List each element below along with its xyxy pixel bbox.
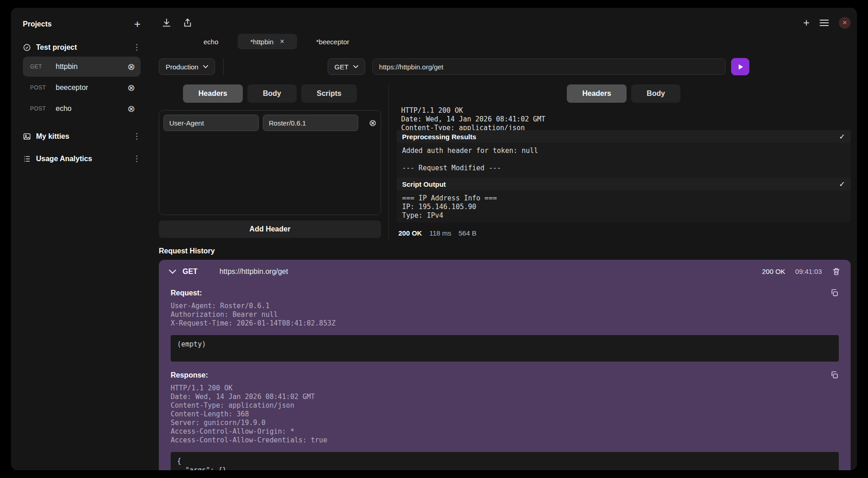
request-list: GET httpbin ⊗ POST beeceptor ⊗ POST echo… xyxy=(23,57,141,119)
analytics-icon xyxy=(23,155,31,163)
tab-response-headers[interactable]: Headers xyxy=(567,84,627,103)
tab-label: *httpbin xyxy=(251,38,274,46)
tab-echo[interactable]: echo xyxy=(191,34,231,49)
tab-request-headers[interactable]: Headers xyxy=(183,84,243,103)
copy-response-button[interactable] xyxy=(830,371,839,379)
add-header-button[interactable]: Add Header xyxy=(159,221,381,238)
response-headers-text: HTTP/1.1 200 OK Date: Wed, 14 Jan 2026 0… xyxy=(171,384,839,445)
close-icon: × xyxy=(842,18,847,27)
add-project-button[interactable]: + xyxy=(134,19,141,30)
url-input[interactable] xyxy=(372,58,726,75)
remove-circle-icon: ⊗ xyxy=(127,83,135,93)
sidebar-header: Projects + xyxy=(23,19,141,30)
history-header-right: 200 OK 09:41:03 xyxy=(762,267,841,276)
status-time: 118 ms xyxy=(429,229,451,237)
app-window: Projects + Test project ⋮ GET httpbin ⊗ xyxy=(11,8,857,470)
request-item-beeceptor[interactable]: POST beeceptor ⊗ xyxy=(23,78,141,98)
request-item-httpbin[interactable]: GET httpbin ⊗ xyxy=(23,57,141,77)
tab-beeceptor[interactable]: *beeceptor xyxy=(303,34,362,49)
history-method: GET xyxy=(183,268,198,276)
request-name: httpbin xyxy=(56,63,127,71)
send-button[interactable] xyxy=(731,58,749,75)
project-icon xyxy=(23,43,31,52)
request-name: beeceptor xyxy=(56,84,127,92)
status-bar: 200 OK 118 ms 564 B xyxy=(397,229,851,239)
upload-button[interactable] xyxy=(183,18,193,28)
menu-button[interactable] xyxy=(820,19,829,26)
section-title: Preprocessing Results xyxy=(402,133,476,141)
remove-circle-icon: ⊗ xyxy=(369,118,376,128)
history-entry-header[interactable]: GET https://httpbin.org/get 200 OK 09:41… xyxy=(159,260,851,279)
response-label: Response: xyxy=(171,371,208,379)
check-icon: ✓ xyxy=(839,132,845,141)
new-tab-button[interactable]: + xyxy=(803,16,810,29)
history-entry-body: Request: User-Agent: Roster/0.6.1 Author… xyxy=(159,279,851,470)
window-close-button[interactable]: × xyxy=(839,17,851,29)
script-output-header[interactable]: Script Output ✓ xyxy=(397,178,851,190)
history-url: https://httpbin.org/get xyxy=(220,268,288,276)
group-label: Test project xyxy=(36,43,77,52)
tab-label: echo xyxy=(204,38,219,46)
group-menu-button[interactable]: ⋮ xyxy=(133,131,141,141)
history-status: 200 OK xyxy=(762,268,785,275)
header-value-input[interactable] xyxy=(263,115,358,131)
check-icon: ✓ xyxy=(839,180,845,189)
header-key-input[interactable] xyxy=(163,115,259,131)
close-icon: × xyxy=(280,37,284,45)
project-group-usage-analytics[interactable]: Usage Analytics ⋮ xyxy=(23,154,141,163)
tab-request-scripts[interactable]: Scripts xyxy=(301,84,357,103)
group-menu-button[interactable]: ⋮ xyxy=(133,42,141,52)
remove-circle-icon: ⊗ xyxy=(127,62,135,72)
sidebar: Projects + Test project ⋮ GET httpbin ⊗ xyxy=(11,8,150,470)
download-button[interactable] xyxy=(162,18,172,28)
hamburger-icon xyxy=(820,19,829,26)
history-entry: GET https://httpbin.org/get 200 OK 09:41… xyxy=(159,260,851,470)
tab-httpbin[interactable]: *httpbin × xyxy=(238,34,297,49)
request-bar: Production GET xyxy=(159,58,851,75)
tab-close-button[interactable]: × xyxy=(280,38,284,45)
method-label: GET xyxy=(30,63,56,70)
status-code: 200 OK xyxy=(398,229,422,237)
delete-history-button[interactable] xyxy=(832,267,841,276)
remove-request-button[interactable]: ⊗ xyxy=(127,104,135,113)
environment-value: Production xyxy=(166,63,199,71)
request-response-panels: Headers Body Scripts ⊗ Add Header xyxy=(159,84,851,239)
project-group-test[interactable]: Test project ⋮ xyxy=(23,42,141,52)
remove-request-button[interactable]: ⊗ xyxy=(127,62,135,71)
history-title: Request History xyxy=(159,247,851,255)
upload-icon xyxy=(183,18,193,28)
group-menu-button[interactable]: ⋮ xyxy=(133,154,141,163)
remove-circle-icon: ⊗ xyxy=(127,104,135,114)
method-value: GET xyxy=(335,63,349,71)
method-label: POST xyxy=(30,84,56,91)
plus-icon: + xyxy=(134,18,141,30)
group-label: Usage Analytics xyxy=(36,155,92,163)
plus-icon: + xyxy=(803,16,810,29)
project-group-my-kitties[interactable]: My kitties ⋮ xyxy=(23,131,141,141)
request-tabs: Headers Body Scripts xyxy=(159,84,381,103)
copy-request-button[interactable] xyxy=(830,289,839,297)
remove-request-button[interactable]: ⊗ xyxy=(127,83,135,92)
chevron-down-icon xyxy=(353,65,358,68)
kebab-icon: ⋮ xyxy=(133,154,141,163)
environment-select[interactable]: Production xyxy=(159,58,215,75)
tab-label: *beeceptor xyxy=(316,38,350,46)
copy-icon xyxy=(830,371,839,379)
tab-response-body[interactable]: Body xyxy=(631,84,680,103)
request-item-echo[interactable]: POST echo ⊗ xyxy=(23,99,141,119)
script-output: === IP Address Info === IP: 195.146.105.… xyxy=(397,190,851,222)
copy-icon xyxy=(830,289,839,297)
play-icon xyxy=(737,63,744,70)
remove-header-button[interactable]: ⊗ xyxy=(369,118,376,127)
method-label: POST xyxy=(30,105,56,112)
trash-icon xyxy=(832,267,841,276)
method-select[interactable]: GET xyxy=(328,58,365,75)
tab-request-body[interactable]: Body xyxy=(247,84,297,103)
request-panel: Headers Body Scripts ⊗ Add Header xyxy=(159,84,381,239)
header-row: ⊗ xyxy=(163,115,376,131)
preprocessing-section-header[interactable]: Preprocessing Results ✓ xyxy=(397,130,851,143)
request-body-box: (empty) xyxy=(171,335,839,362)
chevron-down-icon xyxy=(203,65,208,68)
section-title: Script Output xyxy=(402,180,446,188)
preprocessing-output: Added auth header for token: null --- Re… xyxy=(397,143,851,178)
